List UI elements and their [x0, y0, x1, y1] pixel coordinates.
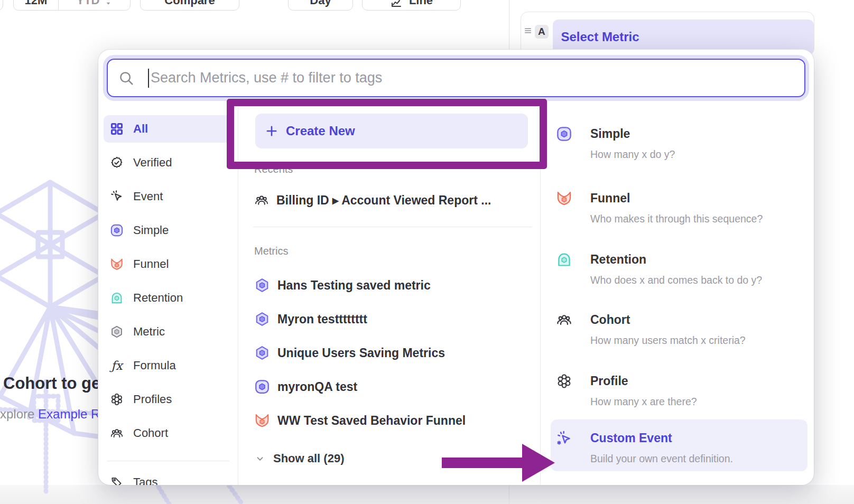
funnel-icon: [556, 190, 572, 207]
line-chart-type-button[interactable]: Line: [362, 0, 461, 11]
metric-list-item[interactable]: myronQA test: [254, 375, 540, 398]
type-title: Simple: [590, 126, 675, 142]
formula-icon: ƒx: [110, 359, 124, 372]
example-reports-link[interactable]: Example R: [38, 407, 100, 421]
metric-hexagon-icon: [254, 311, 270, 327]
type-retention[interactable]: Retention Who does x and comes back to d…: [556, 251, 762, 286]
metric-list-item[interactable]: Unique Users Saving Metrics: [254, 341, 540, 365]
tag-icon: [110, 475, 124, 485]
type-description: How many x do y?: [590, 148, 675, 161]
sidebar-item-funnel[interactable]: Funnel: [104, 250, 233, 278]
event-icon: [110, 190, 124, 203]
metric-hexagon-icon: [254, 345, 270, 361]
sidebar-item-tags[interactable]: Tags: [104, 469, 233, 485]
metric-type-column: Simple How many x do y? Funnel Who makes…: [541, 107, 814, 485]
type-title: Custom Event: [590, 430, 733, 446]
day-interval-button[interactable]: Day: [288, 0, 353, 11]
custom-event-icon: [556, 430, 572, 446]
retention-icon: [556, 251, 572, 268]
chevron-down-icon: [254, 453, 266, 464]
explore-text-fragment: xplore: [0, 407, 38, 421]
verified-icon: [110, 156, 124, 170]
sidebar-item-profiles[interactable]: Profiles: [104, 386, 233, 413]
sidebar-item-retention[interactable]: Retention: [104, 284, 233, 312]
type-simple[interactable]: Simple How many x do y?: [556, 126, 675, 161]
type-title: Cohort: [590, 312, 746, 328]
metric-list-item[interactable]: Hans Testing saved metric: [254, 274, 540, 297]
sidebar-item-event[interactable]: Event: [104, 183, 233, 210]
type-title: Retention: [590, 251, 762, 267]
retention-icon: [110, 291, 124, 305]
simple-icon: [110, 223, 124, 237]
sidebar-item-verified[interactable]: Verified: [104, 149, 233, 176]
series-a-badge: A: [535, 25, 549, 39]
drag-handle-icon[interactable]: [523, 26, 533, 35]
sidebar-item-metric[interactable]: Metric: [104, 318, 233, 346]
sidebar-item-all[interactable]: All: [104, 115, 233, 143]
divider: [107, 461, 229, 461]
type-funnel[interactable]: Funnel Who makes it through this sequenc…: [556, 190, 763, 225]
type-description: How many users match x criteria?: [590, 334, 746, 347]
range-12m-button[interactable]: 12M: [14, 0, 58, 10]
chevron-down-icon: [104, 0, 113, 7]
grid-icon: [110, 122, 124, 136]
line-chart-icon: [390, 0, 403, 8]
search-input[interactable]: Search Metrics, use # to filter to tags: [107, 59, 805, 97]
cohort-icon: [556, 312, 572, 328]
text-cursor: [148, 69, 149, 88]
metric-hexagon-icon: [254, 277, 270, 293]
type-custom-event[interactable]: Custom Event Build your own event defini…: [551, 419, 807, 471]
simple-icon: [254, 379, 270, 395]
filter-sidebar: All Verified Event Simple: [98, 107, 238, 485]
recent-item[interactable]: Billing ID ▸ Account Viewed Report ...: [254, 190, 540, 211]
type-description: Who makes it through this sequence?: [590, 213, 763, 225]
simple-icon: [556, 126, 572, 142]
date-range-control: 12M YTD: [13, 0, 131, 11]
search-placeholder: Search Metrics, use # to filter to tags: [151, 70, 382, 86]
annotation-arrow: [442, 444, 555, 482]
funnel-icon: [110, 257, 124, 271]
toolbar-button-fragment[interactable]: [0, 0, 3, 11]
metric-icon: [110, 325, 124, 339]
metric-list-item[interactable]: WW Test Saved Behavior Funnel: [254, 409, 540, 432]
compare-button[interactable]: Compare: [140, 0, 239, 11]
type-title: Funnel: [590, 190, 763, 206]
range-ytd-button[interactable]: YTD: [59, 0, 130, 10]
annotation-highlight-box: [227, 99, 547, 169]
sidebar-item-simple[interactable]: Simple: [104, 217, 233, 244]
sidebar-item-formula[interactable]: ƒx Formula: [104, 352, 233, 379]
type-description: How many x are there?: [590, 396, 697, 408]
type-profile[interactable]: Profile How many x are there?: [556, 373, 697, 408]
type-cohort[interactable]: Cohort How many users match x criteria?: [556, 312, 746, 347]
sidebar-item-cohort[interactable]: Cohort: [104, 419, 233, 447]
profiles-icon: [556, 373, 572, 389]
empty-state-subtext: xplore Example R: [0, 407, 100, 422]
type-title: Profile: [590, 373, 697, 389]
funnel-icon: [254, 413, 270, 428]
type-description: Build your own event definition.: [590, 453, 733, 465]
cohort-icon: [110, 426, 124, 440]
profiles-icon: [110, 393, 124, 406]
metric-list-item[interactable]: Myron testttttttt: [254, 307, 540, 331]
divider: [253, 227, 532, 227]
cohort-icon: [254, 193, 269, 208]
search-icon: [118, 70, 134, 86]
type-description: Who does x and comes back to do y?: [590, 274, 762, 286]
empty-state-heading-fragment: Cohort to ge: [3, 374, 100, 393]
metrics-header: Metrics: [254, 244, 540, 258]
